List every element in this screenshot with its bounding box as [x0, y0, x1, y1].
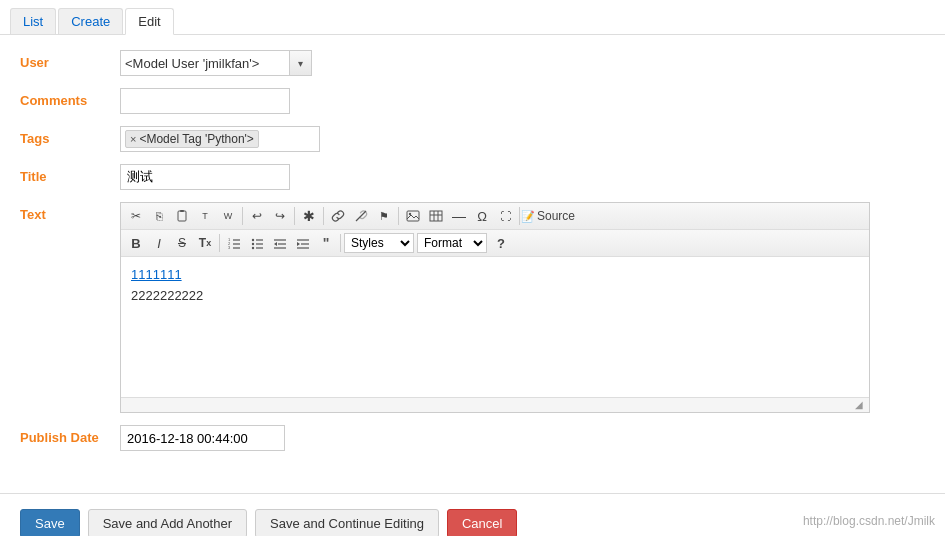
cancel-button[interactable]: Cancel	[447, 509, 517, 536]
user-label: User	[20, 50, 120, 70]
toolbar-indent-btn[interactable]	[292, 233, 314, 253]
svg-rect-3	[407, 211, 419, 221]
toolbar-help-btn[interactable]: ?	[490, 233, 512, 253]
toolbar-sep-5	[519, 207, 520, 225]
toolbar-paste-word-btn[interactable]: W	[217, 206, 239, 226]
toolbar-strikethrough-btn[interactable]: S	[171, 233, 193, 253]
tag-remove-btn[interactable]: ×	[130, 133, 136, 145]
title-input[interactable]	[120, 164, 290, 190]
tab-edit[interactable]: Edit	[125, 8, 173, 35]
toolbar-special-btn[interactable]: ✱	[298, 206, 320, 226]
toolbar-blockquote-btn[interactable]: "	[315, 233, 337, 253]
toolbar-fullscreen-btn[interactable]: ⛶	[494, 206, 516, 226]
toolbar-redo-btn[interactable]: ↪	[269, 206, 291, 226]
toolbar-italic-btn[interactable]: I	[148, 233, 170, 253]
tabs-bar: List Create Edit	[0, 0, 945, 35]
title-label: Title	[20, 164, 120, 184]
editor-content[interactable]: 1111111 2222222222	[121, 257, 869, 397]
comments-row: Comments	[20, 88, 925, 114]
toolbar-sep-4	[398, 207, 399, 225]
toolbar-sep-7	[340, 234, 341, 252]
svg-marker-24	[274, 242, 277, 246]
toolbar-paste-btn[interactable]	[171, 206, 193, 226]
svg-point-16	[252, 242, 254, 244]
toolbar-image-btn[interactable]	[402, 206, 424, 226]
tags-field: × <Model Tag 'Python'>	[120, 126, 620, 152]
source-label: Source	[537, 209, 575, 223]
tags-row: Tags × <Model Tag 'Python'>	[20, 126, 925, 152]
toolbar-ul-btn[interactable]	[246, 233, 268, 253]
toolbar-copy-btn[interactable]: ⎘	[148, 206, 170, 226]
editor-line-2: 2222222222	[131, 288, 859, 303]
toolbar-sep-6	[219, 234, 220, 252]
toolbar-subscript-btn[interactable]: Tx	[194, 233, 216, 253]
tag-item: × <Model Tag 'Python'>	[125, 130, 259, 148]
editor-resize-handle: ◢	[121, 397, 869, 412]
toolbar-styles-select[interactable]: Styles	[344, 233, 414, 253]
toolbar-link-btn[interactable]	[327, 206, 349, 226]
title-field	[120, 164, 620, 190]
svg-rect-1	[180, 210, 184, 212]
page-container: List Create Edit User <Model User 'jmilk…	[0, 0, 945, 536]
tab-list[interactable]: List	[10, 8, 56, 34]
comments-label: Comments	[20, 88, 120, 108]
tags-container[interactable]: × <Model Tag 'Python'>	[120, 126, 320, 152]
editor-toolbar-1: ✂ ⎘ T W ↩	[121, 203, 869, 230]
toolbar-charmap-btn[interactable]: Ω	[471, 206, 493, 226]
toolbar-anchor-btn[interactable]: ⚑	[373, 206, 395, 226]
toolbar-ol-btn[interactable]: 123	[223, 233, 245, 253]
svg-rect-5	[430, 211, 442, 221]
toolbar-cut-btn[interactable]: ✂	[125, 206, 147, 226]
toolbar-bold-btn[interactable]: B	[125, 233, 147, 253]
toolbar-sep-3	[323, 207, 324, 225]
text-label: Text	[20, 202, 120, 222]
toolbar-sep-1	[242, 207, 243, 225]
text-field: ✂ ⎘ T W ↩	[120, 202, 870, 413]
form-divider	[0, 493, 945, 494]
editor-container: ✂ ⎘ T W ↩	[120, 202, 870, 413]
toolbar-outdent-btn[interactable]	[269, 233, 291, 253]
user-value: <Model User 'jmilkfan'>	[125, 56, 259, 71]
publish-date-field	[120, 425, 620, 451]
user-row: User <Model User 'jmilkfan'> ▾	[20, 50, 925, 76]
editor-line-1[interactable]: 1111111	[131, 267, 859, 282]
form: User <Model User 'jmilkfan'> ▾ Comments …	[0, 35, 945, 478]
toolbar-source-btn[interactable]: 📝 Source	[523, 206, 573, 226]
comments-field	[120, 88, 620, 114]
user-field: <Model User 'jmilkfan'> ▾	[120, 50, 620, 76]
svg-marker-28	[297, 242, 300, 246]
svg-text:3: 3	[228, 245, 231, 250]
save-another-button[interactable]: Save and Add Another	[88, 509, 247, 536]
text-row: Text ✂ ⎘ T	[20, 202, 925, 413]
save-button[interactable]: Save	[20, 509, 80, 536]
svg-rect-0	[178, 211, 186, 221]
toolbar-unlink-btn[interactable]	[350, 206, 372, 226]
toolbar-sep-2	[294, 207, 295, 225]
toolbar-table-btn[interactable]	[425, 206, 447, 226]
toolbar-paste-text-btn[interactable]: T	[194, 206, 216, 226]
toolbar-hr-btn[interactable]: —	[448, 206, 470, 226]
svg-point-17	[252, 246, 254, 248]
user-dropdown-arrow[interactable]: ▾	[290, 50, 312, 76]
publish-date-input[interactable]	[120, 425, 285, 451]
tag-value: <Model Tag 'Python'>	[139, 132, 253, 146]
resize-icon: ◢	[855, 399, 867, 411]
tab-create[interactable]: Create	[58, 8, 123, 34]
save-continue-button[interactable]: Save and Continue Editing	[255, 509, 439, 536]
publish-date-label: Publish Date	[20, 425, 120, 445]
toolbar-undo-btn[interactable]: ↩	[246, 206, 268, 226]
user-select-box[interactable]: <Model User 'jmilkfan'>	[120, 50, 290, 76]
svg-point-15	[252, 238, 254, 240]
tags-label: Tags	[20, 126, 120, 146]
watermark: http://blog.csdn.net/Jmilk	[803, 514, 935, 528]
title-row: Title	[20, 164, 925, 190]
toolbar-format-select[interactable]: Format	[417, 233, 487, 253]
publish-date-row: Publish Date	[20, 425, 925, 451]
comments-input[interactable]	[120, 88, 290, 114]
editor-toolbar-2: B I S Tx 123	[121, 230, 869, 257]
